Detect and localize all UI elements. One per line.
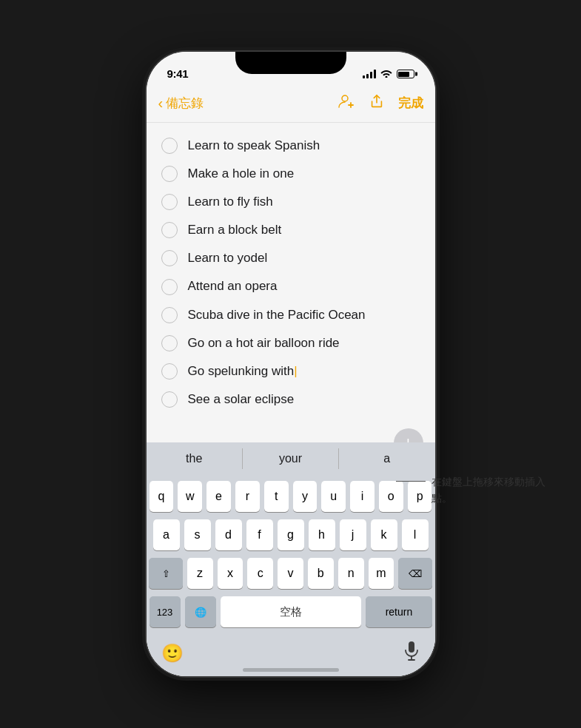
- status-icons: [363, 68, 414, 80]
- key-b[interactable]: b: [308, 558, 334, 589]
- share-button[interactable]: [369, 93, 385, 114]
- key-h[interactable]: h: [309, 519, 335, 550]
- note-checkbox[interactable]: [161, 250, 178, 266]
- key-t[interactable]: t: [264, 481, 289, 512]
- done-button[interactable]: 完成: [398, 95, 423, 112]
- note-checkbox[interactable]: [161, 138, 178, 154]
- note-text: Learn to yodel: [188, 250, 268, 266]
- svg-point-0: [342, 95, 348, 101]
- mic-button[interactable]: [403, 641, 420, 666]
- notch: [235, 52, 346, 74]
- note-checkbox[interactable]: [161, 194, 178, 210]
- key-row-4: 123 🌐 空格 return: [150, 596, 432, 627]
- nav-actions: 完成: [337, 92, 423, 115]
- status-time: 9:41: [167, 67, 189, 80]
- note-text: See a solar eclipse: [188, 391, 295, 408]
- key-c[interactable]: c: [247, 558, 273, 589]
- note-item: Attend an opera: [147, 272, 435, 300]
- note-item: See a solar eclipse: [147, 385, 435, 414]
- back-label: 備忘錄: [166, 95, 204, 112]
- note-checkbox[interactable]: [161, 307, 178, 323]
- key-m[interactable]: m: [369, 558, 394, 589]
- key-f[interactable]: f: [246, 519, 273, 550]
- note-text: Attend an opera: [188, 278, 278, 294]
- note-checkbox[interactable]: [161, 279, 178, 295]
- note-checkbox[interactable]: [161, 222, 178, 238]
- note-item: Earn a block belt: [147, 216, 435, 244]
- space-key[interactable]: 空格: [221, 596, 362, 627]
- home-indicator: [243, 668, 339, 672]
- note-item: Go spelunking with: [147, 357, 435, 385]
- keyboard-area: the your a qwertyuiop asdfghjkl ⇧zxcvbnm…: [147, 442, 435, 676]
- note-text: Go on a hot air balloon ride: [188, 335, 340, 351]
- note-item: Learn to speak Spanish: [147, 132, 435, 160]
- svg-rect-3: [409, 641, 414, 653]
- predictive-item-1[interactable]: your: [243, 442, 338, 475]
- key-s[interactable]: s: [184, 519, 211, 550]
- note-checkbox[interactable]: [161, 363, 178, 380]
- note-checkbox[interactable]: [161, 335, 178, 351]
- key-v[interactable]: v: [278, 558, 303, 589]
- note-text: Go spelunking with: [188, 363, 298, 380]
- predictive-bar: the your a: [147, 442, 435, 475]
- key-i[interactable]: i: [350, 481, 375, 512]
- key-j[interactable]: j: [340, 519, 366, 550]
- numbers-switch-key[interactable]: 123: [150, 596, 181, 627]
- note-item: Make a hole in one: [147, 160, 435, 188]
- key-n[interactable]: n: [338, 558, 364, 589]
- shift-key[interactable]: ⇧: [149, 558, 182, 589]
- note-checkbox[interactable]: [161, 391, 178, 408]
- note-item: Scuba dive in the Pacific Ocean: [147, 301, 435, 329]
- signal-bars-icon: [363, 70, 376, 78]
- return-key[interactable]: return: [366, 596, 431, 627]
- keyboard-rows: qwertyuiop asdfghjkl ⇧zxcvbnm⌫ 123 🌐 空格: [147, 475, 435, 638]
- delete-key[interactable]: ⌫: [398, 558, 431, 589]
- wifi-icon: [380, 68, 392, 80]
- note-item: Learn to fly fish: [147, 188, 435, 216]
- key-u[interactable]: u: [321, 481, 346, 512]
- back-button[interactable]: ‹ 備忘錄: [158, 95, 204, 112]
- note-item: Learn to yodel: [147, 244, 435, 272]
- note-text: Scuba dive in the Pacific Ocean: [188, 307, 366, 323]
- annotation-text: 在鍵盤上拖移來移動插入點。: [431, 473, 559, 507]
- predictive-item-2[interactable]: a: [339, 442, 434, 475]
- key-d[interactable]: d: [215, 519, 242, 550]
- notes-list: Learn to speak SpanishMake a hole in one…: [147, 123, 435, 422]
- add-collaborator-button[interactable]: [337, 92, 355, 115]
- note-item: Go on a hot air balloon ride: [147, 329, 435, 357]
- key-row-3: ⇧zxcvbnm⌫: [150, 558, 432, 589]
- note-text: Make a hole in one: [188, 166, 295, 182]
- key-l[interactable]: l: [402, 519, 429, 550]
- phone-frame: 9:41 ‹ 備忘錄: [147, 52, 435, 676]
- battery-icon: [397, 70, 414, 78]
- key-a[interactable]: a: [153, 519, 180, 550]
- annotation: 在鍵盤上拖移來移動插入點。: [396, 473, 559, 507]
- globe-key[interactable]: 🌐: [185, 596, 216, 627]
- annotation-line: [396, 481, 426, 482]
- key-x[interactable]: x: [218, 558, 244, 589]
- predictive-item-0[interactable]: the: [147, 442, 242, 475]
- back-chevron-icon: ‹: [158, 95, 164, 110]
- note-checkbox[interactable]: [161, 166, 178, 182]
- notes-content: Learn to speak SpanishMake a hole in one…: [147, 123, 435, 676]
- key-row-2: asdfghjkl: [150, 519, 432, 550]
- key-r[interactable]: r: [235, 481, 260, 512]
- note-text: Learn to speak Spanish: [188, 138, 320, 154]
- key-q[interactable]: q: [150, 481, 174, 512]
- key-z[interactable]: z: [187, 558, 213, 589]
- key-w[interactable]: w: [178, 481, 202, 512]
- key-y[interactable]: y: [293, 481, 318, 512]
- nav-bar: ‹ 備忘錄 完成: [147, 84, 435, 123]
- key-k[interactable]: k: [371, 519, 397, 550]
- key-row-1: qwertyuiop: [150, 481, 432, 512]
- key-g[interactable]: g: [278, 519, 304, 550]
- emoji-button[interactable]: 🙂: [161, 643, 184, 664]
- note-text: Learn to fly fish: [188, 194, 273, 210]
- key-e[interactable]: e: [206, 481, 231, 512]
- note-text: Earn a block belt: [188, 222, 282, 238]
